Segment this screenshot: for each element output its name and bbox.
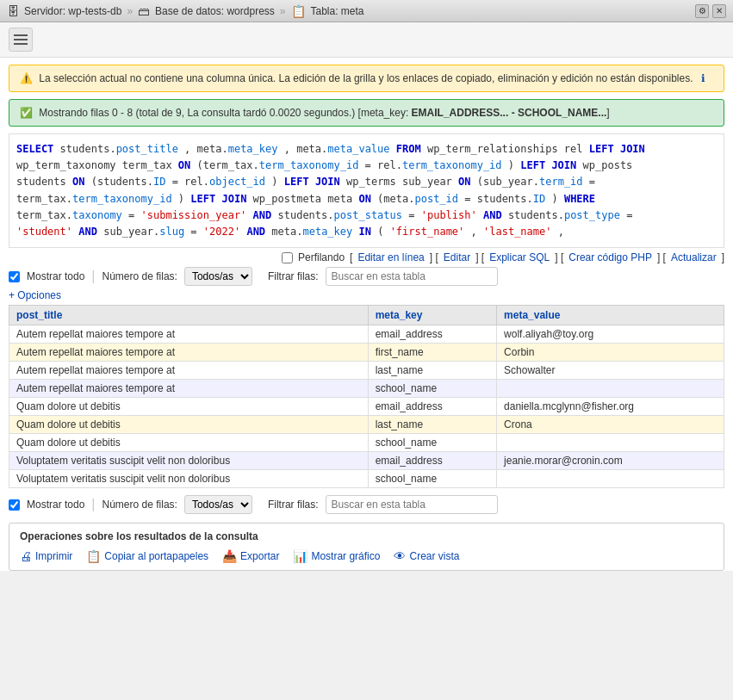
print-button-icon: 🖨 bbox=[20, 549, 32, 563]
success-icon: ✅ bbox=[20, 107, 33, 119]
editar-link[interactable]: Editar bbox=[444, 251, 470, 263]
cell-post-title: Quam dolore ut debitis bbox=[9, 416, 369, 434]
table-row: Autem repellat maiores tempore atemail_a… bbox=[9, 325, 724, 344]
hamburger-line3 bbox=[14, 43, 28, 45]
chart-button-label: Mostrar gráfico bbox=[311, 550, 380, 562]
col-meta-key[interactable]: meta_key bbox=[368, 306, 496, 325]
table-row: Voluptatem veritatis suscipit velit non … bbox=[9, 470, 724, 488]
warning-info-link[interactable]: ℹ bbox=[701, 72, 705, 84]
export-button-label: Exportar bbox=[240, 550, 279, 562]
cell-meta-value bbox=[497, 470, 724, 488]
warning-icon: ⚠️ bbox=[20, 72, 33, 84]
table-row: Quam dolore ut debitisemail_addressdanie… bbox=[9, 398, 724, 416]
crear-php-link[interactable]: Crear código PHP bbox=[568, 251, 652, 263]
view-button-icon: 👁 bbox=[394, 549, 406, 563]
cell-post-title: Voluptatem veritatis suscipit velit non … bbox=[9, 470, 369, 488]
numero-filas-select[interactable]: Todos/as 25 50 100 bbox=[184, 267, 252, 286]
sep1: » bbox=[127, 5, 133, 17]
table-row: Quam dolore ut debitislast_nameCrona bbox=[9, 416, 724, 434]
chart-button-icon: 📊 bbox=[293, 549, 307, 563]
titlebar: 🗄 Servidor: wp-tests-db » 🗃 Base de dato… bbox=[0, 0, 733, 22]
menubar bbox=[0, 22, 733, 58]
copy-button-label: Copiar al portapapeles bbox=[104, 550, 208, 562]
operations-buttons: 🖨Imprimir📋Copiar al portapapeles📥Exporta… bbox=[20, 549, 713, 563]
cell-meta-key: school_name bbox=[368, 470, 496, 488]
close-button[interactable]: ✕ bbox=[712, 4, 726, 18]
profile-checkbox[interactable] bbox=[282, 252, 293, 263]
menu-button[interactable] bbox=[9, 28, 33, 52]
table-row: Autem repellat maiores tempore atfirst_n… bbox=[9, 344, 724, 362]
sep2: » bbox=[280, 5, 286, 17]
copy-button[interactable]: 📋Copiar al portapapeles bbox=[86, 549, 208, 563]
cell-meta-key: school_name bbox=[368, 434, 496, 452]
cell-post-title: Autem repellat maiores tempore at bbox=[9, 325, 369, 344]
col-meta-value[interactable]: meta_value bbox=[497, 306, 724, 325]
bottom-filtrar-label: Filtrar filas: bbox=[268, 499, 319, 511]
table-icon: 📋 bbox=[291, 4, 306, 18]
cell-meta-value: Schowalter bbox=[497, 362, 724, 380]
bottom-mostrar-todo-checkbox[interactable] bbox=[9, 499, 20, 511]
view-button[interactable]: 👁Crear vista bbox=[394, 549, 459, 563]
cell-post-title: Autem repellat maiores tempore at bbox=[9, 362, 369, 380]
cell-meta-key: email_address bbox=[368, 325, 496, 344]
db-label: Base de datos: wordpress bbox=[155, 5, 275, 17]
filtrar-input[interactable] bbox=[326, 267, 498, 286]
cell-meta-value bbox=[497, 380, 724, 398]
bottom-filtrar-input[interactable] bbox=[326, 495, 498, 514]
toolbar-sep: | bbox=[91, 269, 95, 284]
profile-row: Perfilando [ Editar en línea ] [ Editar … bbox=[9, 251, 724, 263]
cell-meta-value: wolf.aliyah@toy.org bbox=[497, 325, 724, 344]
cell-meta-key: school_name bbox=[368, 380, 496, 398]
explicar-link[interactable]: Explicar SQL bbox=[489, 251, 550, 263]
chart-button[interactable]: 📊Mostrar gráfico bbox=[293, 549, 380, 563]
settings-button[interactable]: ⚙ bbox=[695, 4, 709, 18]
table-header: post_title meta_key meta_value bbox=[9, 306, 724, 325]
filtrar-label: Filtrar filas: bbox=[268, 270, 319, 282]
operations-title: Operaciones sobre los resultados de la c… bbox=[20, 530, 713, 542]
print-button[interactable]: 🖨Imprimir bbox=[20, 549, 72, 563]
hamburger-line2 bbox=[14, 39, 28, 40]
table-row: Voluptatem veritatis suscipit velit non … bbox=[9, 452, 724, 470]
cell-meta-value: Corbin bbox=[497, 344, 724, 362]
operations-box: Operaciones sobre los resultados de la c… bbox=[9, 523, 724, 571]
titlebar-controls: ⚙ ✕ bbox=[695, 4, 726, 18]
top-toolbar: Mostrar todo | Número de filas: Todos/as… bbox=[9, 267, 724, 286]
warning-text: La selección actual no contiene una colu… bbox=[39, 72, 693, 84]
cell-meta-value: Crona bbox=[497, 416, 724, 434]
success-text: Mostrando filas 0 - 8 (total de 9, La co… bbox=[39, 107, 609, 119]
hamburger-line1 bbox=[14, 34, 28, 36]
actualizar-link[interactable]: Actualizar bbox=[671, 251, 717, 263]
cell-meta-key: last_name bbox=[368, 362, 496, 380]
bottom-toolbar: Mostrar todo | Número de filas: Todos/as… bbox=[9, 495, 724, 514]
cell-meta-value: daniella.mcglynn@fisher.org bbox=[497, 398, 724, 416]
col-post-title[interactable]: post_title bbox=[9, 306, 369, 325]
warning-alert: ⚠️ La selección actual no contiene una c… bbox=[9, 65, 724, 92]
table-row: Quam dolore ut debitisschool_name bbox=[9, 434, 724, 452]
table-row: Autem repellat maiores tempore atlast_na… bbox=[9, 362, 724, 380]
numero-filas-label: Número de filas: bbox=[102, 270, 177, 282]
mostrar-todo-checkbox[interactable] bbox=[9, 271, 20, 282]
cell-post-title: Quam dolore ut debitis bbox=[9, 398, 369, 416]
sql-block: SELECT students.post_title , meta.meta_k… bbox=[9, 133, 724, 248]
titlebar-left: 🗄 Servidor: wp-tests-db » 🗃 Base de dato… bbox=[7, 4, 364, 18]
cell-meta-value bbox=[497, 434, 724, 452]
cell-post-title: Autem repellat maiores tempore at bbox=[9, 344, 369, 362]
export-button[interactable]: 📥Exportar bbox=[222, 549, 279, 563]
options-link[interactable]: + Opciones bbox=[9, 289, 724, 301]
copy-button-icon: 📋 bbox=[86, 549, 101, 563]
bottom-numero-filas-select[interactable]: Todos/as 25 50 100 bbox=[184, 495, 252, 514]
export-button-icon: 📥 bbox=[222, 549, 237, 563]
cell-post-title: Voluptatem veritatis suscipit velit non … bbox=[9, 452, 369, 470]
results-table: post_title meta_key meta_value Autem rep… bbox=[9, 305, 724, 488]
mostrar-todo-label: Mostrar todo bbox=[27, 270, 84, 282]
profile-label: Perfilando bbox=[298, 251, 345, 263]
table-scroll-area: post_title meta_key meta_value Autem rep… bbox=[0, 305, 733, 488]
editar-linea-link[interactable]: Editar en línea bbox=[357, 251, 424, 263]
db-icon: 🗃 bbox=[138, 4, 150, 18]
table-label: Tabla: meta bbox=[311, 5, 364, 17]
kw-select: SELECT bbox=[16, 143, 53, 155]
table-body: Autem repellat maiores tempore atemail_a… bbox=[9, 325, 724, 488]
cell-meta-key: last_name bbox=[368, 416, 496, 434]
view-button-label: Crear vista bbox=[409, 550, 459, 562]
print-button-label: Imprimir bbox=[35, 550, 72, 562]
